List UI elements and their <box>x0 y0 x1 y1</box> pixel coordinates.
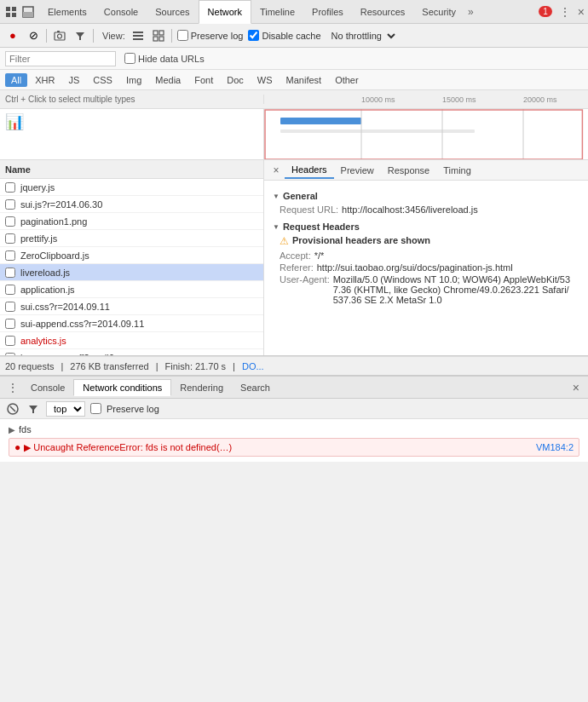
toolbar-divider-3 <box>171 29 172 43</box>
file-item-iconmoon[interactable]: icon-moon.woff?mvdj6z <box>0 349 263 355</box>
disable-cache-checkbox[interactable] <box>248 30 259 41</box>
type-filter-js[interactable]: JS <box>62 73 85 87</box>
details-tab-response[interactable]: Response <box>381 163 437 178</box>
tab-network[interactable]: Network <box>199 0 251 24</box>
do-link[interactable]: DO... <box>242 361 264 371</box>
tab-profiles[interactable]: Profiles <box>303 0 352 24</box>
disable-cache-group: Disable cache <box>248 30 320 41</box>
svg-rect-2 <box>6 13 10 17</box>
file-item-jquery[interactable]: jquery.js <box>0 179 263 196</box>
tab-console[interactable]: Console <box>95 0 147 24</box>
details-tab-headers[interactable]: Headers <box>285 162 334 179</box>
svg-rect-16 <box>159 37 164 41</box>
error-location-link[interactable]: VM184:2 <box>536 442 574 452</box>
waterfall-area: 📊 <box>0 109 588 160</box>
bottom-tab-console[interactable]: Console <box>22 380 73 395</box>
details-tab-timing[interactable]: Timing <box>436 163 478 178</box>
svg-rect-0 <box>6 7 10 11</box>
filter-button[interactable] <box>72 28 88 43</box>
file-item-suiappend[interactable]: sui-append.css?r=2014.09.11 <box>0 315 263 332</box>
more-tabs-icon[interactable]: » <box>464 6 477 18</box>
file-item-sui[interactable]: sui.js?r=2014.06.30 <box>0 196 263 213</box>
divider-pipe-1: | <box>61 361 63 371</box>
useragent-row: User-Agent: Mozilla/5.0 (Windows NT 10.0… <box>273 274 579 305</box>
hide-data-urls-checkbox[interactable] <box>124 53 135 64</box>
list-view-button[interactable] <box>130 28 146 43</box>
preserve-log-checkbox[interactable] <box>177 30 188 41</box>
type-filter-css[interactable]: CSS <box>87 73 118 87</box>
details-tabs: × Headers Preview Response Timing <box>264 160 588 181</box>
file-item-analytics[interactable]: analytics.js <box>0 332 263 349</box>
file-checkbox-suicss[interactable] <box>5 302 15 312</box>
grid-view-button[interactable] <box>151 28 166 43</box>
type-filter-xhr[interactable]: XHR <box>29 73 61 87</box>
overflow-menu-icon[interactable]: ⋮ <box>559 5 571 19</box>
disable-cache-label: Disable cache <box>262 31 320 41</box>
fds-text: fds <box>19 424 32 434</box>
close-devtools-icon[interactable]: × <box>578 5 585 19</box>
search-input[interactable] <box>5 51 116 66</box>
tab-sources[interactable]: Sources <box>147 0 198 24</box>
tab-security[interactable]: Security <box>413 0 464 24</box>
bottom-tab-network-conditions[interactable]: Network conditions <box>73 379 171 396</box>
console-filter-icon[interactable] <box>26 401 41 417</box>
type-filter-ws[interactable]: WS <box>251 73 279 87</box>
type-filter-img[interactable]: Img <box>120 73 147 87</box>
tab-elements[interactable]: Elements <box>39 0 95 24</box>
details-pane: × Headers Preview Response Timing ▼ Gene… <box>264 160 588 355</box>
console-content: ▶ fds ● ▶ Uncaught ReferenceError: fds i… <box>0 419 588 462</box>
type-filter-doc[interactable]: Doc <box>221 73 250 87</box>
request-url-row: Request URL: http://localhost:3456/liver… <box>273 204 579 215</box>
throttle-select[interactable]: No throttling GPRS Regular 2G Good 2G Re… <box>326 30 398 42</box>
tab-resources[interactable]: Resources <box>352 0 414 24</box>
general-header-label: General <box>283 191 318 201</box>
bottom-panel-menu-icon[interactable]: ⋮ <box>3 381 22 394</box>
network-toolbar: ● ⊘ View: Preserve log Disable cache No … <box>0 24 588 48</box>
dock-icon[interactable] <box>20 4 36 20</box>
details-close-button[interactable]: × <box>268 162 285 179</box>
bottom-panel: ⋮ Console Network conditions Rendering S… <box>0 375 588 462</box>
status-bar: 20 requests | 276 KB transferred | Finis… <box>0 356 588 375</box>
file-checkbox-jquery[interactable] <box>5 182 15 193</box>
file-checkbox-zeroclipboard[interactable] <box>5 250 15 261</box>
stop-button[interactable]: ⊘ <box>26 28 41 43</box>
file-item-zeroclipboard[interactable]: ZeroClipboard.js <box>0 247 263 264</box>
request-headers-triangle: ▼ <box>273 223 280 231</box>
console-error-row[interactable]: ● ▶ Uncaught ReferenceError: fds is not … <box>9 438 579 457</box>
details-tab-preview[interactable]: Preview <box>334 163 381 178</box>
file-checkbox-suiappend[interactable] <box>5 319 15 329</box>
file-checkbox-sui[interactable] <box>5 199 15 210</box>
file-item-application[interactable]: application.js <box>0 281 263 298</box>
file-checkbox-prettify[interactable] <box>5 233 15 244</box>
type-filter-all[interactable]: All <box>5 73 27 87</box>
file-item-pagination[interactable]: pagination1.png <box>0 213 263 230</box>
record-button[interactable]: ● <box>5 28 20 43</box>
error-circle-icon: ● <box>14 441 20 453</box>
file-item-suicss[interactable]: sui.css?r=2014.09.11 <box>0 298 263 315</box>
hide-data-urls-label: Hide data URLs <box>138 54 205 64</box>
file-checkbox-application[interactable] <box>5 285 15 295</box>
type-filter-other[interactable]: Other <box>329 73 365 87</box>
file-name-prettify: prettify.js <box>20 233 57 244</box>
type-filter-media[interactable]: Media <box>149 73 187 87</box>
file-checkbox-iconmoon[interactable] <box>5 353 15 356</box>
file-checkbox-pagination[interactable] <box>5 216 15 227</box>
console-clear-button[interactable] <box>5 401 20 417</box>
type-filter-manifest[interactable]: Manifest <box>280 73 328 87</box>
file-item-prettify[interactable]: prettify.js <box>0 230 263 247</box>
console-preserve-log-checkbox[interactable] <box>90 403 101 414</box>
file-name-analytics: analytics.js <box>20 336 66 346</box>
file-list-name-header: Name <box>5 164 31 175</box>
bottom-tab-rendering[interactable]: Rendering <box>171 380 232 395</box>
console-context-select[interactable]: top <box>46 401 85 417</box>
error-message: ▶ Uncaught ReferenceError: fds is not de… <box>24 442 533 453</box>
file-name-application: application.js <box>20 285 75 295</box>
file-checkbox-analytics[interactable] <box>5 336 15 346</box>
file-checkbox-livereload[interactable] <box>5 268 15 278</box>
file-item-livereload[interactable]: livereload.js <box>0 264 263 281</box>
screenshot-button[interactable] <box>52 28 67 43</box>
tab-timeline[interactable]: Timeline <box>251 0 303 24</box>
bottom-panel-close-button[interactable]: × <box>568 381 585 394</box>
type-filter-font[interactable]: Font <box>188 73 219 87</box>
bottom-tab-search[interactable]: Search <box>232 380 279 395</box>
